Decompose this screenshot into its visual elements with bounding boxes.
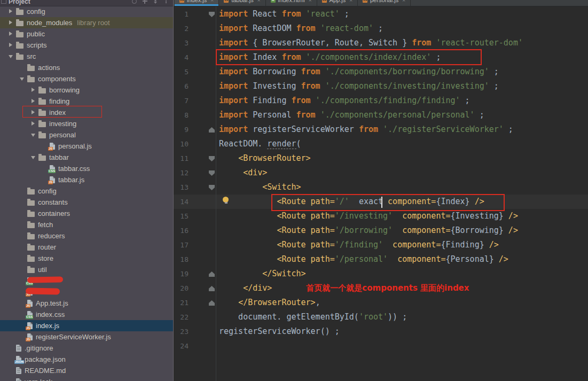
locate-file-icon[interactable] bbox=[143, 0, 147, 4]
expand-arrow-icon[interactable] bbox=[6, 40, 16, 51]
tab-close-icon[interactable]: × bbox=[210, 0, 214, 3]
expand-arrow-icon[interactable] bbox=[6, 17, 16, 28]
tree-row-containers[interactable]: containers bbox=[0, 208, 173, 219]
code-line-14[interactable]: 14 <Route path='/' exact component={Inde… bbox=[174, 195, 588, 209]
collapse-all-icon[interactable] bbox=[153, 0, 158, 4]
code-line-3[interactable]: 3import { BrowserRouter, Route, Switch }… bbox=[174, 36, 588, 50]
tree-row-index.css[interactable]: CSSindex.css bbox=[0, 309, 173, 320]
expand-arrow-icon[interactable] bbox=[29, 118, 38, 129]
tree-row-personal.js[interactable]: JSpersonal.js bbox=[0, 141, 173, 152]
expand-arrow-icon[interactable] bbox=[29, 107, 38, 118]
tree-row-yarn.lock[interactable]: yarn.lock bbox=[0, 376, 173, 381]
tree-row-tabbar.css[interactable]: CSStabbar.css bbox=[0, 163, 173, 174]
expand-arrow-icon[interactable] bbox=[29, 152, 38, 163]
tree-row-README.md[interactable]: README.md bbox=[0, 365, 173, 376]
tree-row-node_modules[interactable]: node_moduleslibrary root bbox=[0, 17, 173, 28]
tree-row-reducers[interactable]: reducers bbox=[0, 230, 173, 242]
code-line-15[interactable]: 15 <Route path='/investing' component={I… bbox=[174, 209, 588, 223]
settings-gear-icon[interactable] bbox=[132, 0, 137, 4]
tab-tabbar.js[interactable]: JStabbar.js× bbox=[219, 0, 265, 6]
fold-marker-icon[interactable] bbox=[209, 300, 215, 306]
expand-arrow-icon[interactable] bbox=[29, 96, 38, 107]
tab-index.html[interactable]: Hindex.html× bbox=[266, 0, 317, 6]
tree-row-fetch[interactable]: fetch bbox=[0, 219, 173, 230]
tree-row-constants[interactable]: constants bbox=[0, 197, 173, 208]
tab-close-icon[interactable]: × bbox=[257, 0, 261, 3]
expand-arrow-icon[interactable] bbox=[6, 6, 16, 17]
tree-row-tabbar[interactable]: tabbar bbox=[0, 152, 173, 163]
tree-row-public[interactable]: public bbox=[0, 28, 173, 40]
code-editor[interactable]: 1import React from 'react' ;2import Reac… bbox=[174, 6, 588, 381]
code-line-9[interactable]: 9import registerServiceWorker from './re… bbox=[174, 122, 588, 137]
expand-arrow-icon[interactable] bbox=[29, 84, 38, 96]
code-line-1[interactable]: 1import React from 'react' ; bbox=[174, 7, 588, 21]
code-line-6[interactable]: 6import Investing from './components/inv… bbox=[174, 79, 588, 94]
arrow-spacer bbox=[6, 376, 16, 381]
code-line-19[interactable]: 19 </Switch> bbox=[174, 267, 588, 281]
tree-row-scripts[interactable]: scripts bbox=[0, 40, 173, 51]
code-line-23[interactable]: 23registerServiceWorker() ; bbox=[174, 324, 588, 339]
tree-row-tabbar.js[interactable]: JStabbar.js bbox=[0, 174, 173, 185]
tree-row-borrowing[interactable]: borrowing bbox=[0, 84, 173, 96]
code-line-10[interactable]: 10ReactDOM. render( bbox=[174, 137, 588, 151]
panel-options-icon[interactable] bbox=[164, 0, 169, 4]
tree-item-label: tabbar.js bbox=[58, 176, 84, 184]
code-line-24[interactable]: 24 bbox=[174, 339, 588, 353]
code-line-22[interactable]: 22 document. getElementById('root')) ; bbox=[174, 310, 588, 324]
tree-row-index[interactable]: index bbox=[0, 107, 173, 118]
code-line-text: import Index from './components/index/in… bbox=[219, 50, 441, 65]
tree-row-finding[interactable]: finding bbox=[0, 96, 173, 107]
fold-marker-icon[interactable] bbox=[209, 185, 215, 190]
tree-row-index.js[interactable]: JSindex.js bbox=[0, 320, 173, 331]
code-line-16[interactable]: 16 <Route path='/borrowing' component={B… bbox=[174, 223, 588, 238]
fold-marker-icon[interactable] bbox=[209, 127, 215, 133]
code-line-11[interactable]: 11 <BrowserRouter> bbox=[174, 151, 588, 166]
folder-icon bbox=[27, 77, 35, 82]
tab-App.js[interactable]: JSApp.js× bbox=[317, 0, 358, 6]
tree-row-personal[interactable]: personal bbox=[0, 129, 173, 141]
tree-row-config[interactable]: config bbox=[0, 6, 173, 17]
tab-close-icon[interactable]: × bbox=[349, 0, 352, 3]
code-line-20[interactable]: 20 </div>首页就一个就是components 里面的index bbox=[174, 281, 588, 296]
code-line-5[interactable]: 5import Borrowing from './components/bor… bbox=[174, 65, 588, 79]
tree-row-router[interactable]: router bbox=[0, 242, 173, 253]
code-line-12[interactable]: 12 <div> bbox=[174, 166, 588, 180]
tree-row-investing[interactable]: investing bbox=[0, 118, 173, 129]
fold-marker-icon[interactable] bbox=[209, 12, 215, 17]
code-line-8[interactable]: 8import Personal from './components/pers… bbox=[174, 108, 588, 122]
code-line-18[interactable]: 18 <Route path='/personal' component={Pe… bbox=[174, 252, 588, 267]
tree-row-actions[interactable]: actions bbox=[0, 62, 173, 73]
code-line-4[interactable]: 4import Index from './components/index/i… bbox=[174, 50, 588, 65]
code-line-17[interactable]: 17 <Route path='/finding' component={Fin… bbox=[174, 238, 588, 252]
tag-token: component= bbox=[393, 211, 450, 221]
fold-marker-icon[interactable] bbox=[209, 170, 215, 176]
code-line-21[interactable]: 21 </BrowserRouter>, bbox=[174, 296, 588, 310]
intention-bulb-icon[interactable] bbox=[223, 197, 229, 203]
fold-marker-icon[interactable] bbox=[209, 286, 215, 291]
tree-row-store[interactable]: store bbox=[0, 253, 173, 264]
fold-marker-icon[interactable] bbox=[209, 156, 215, 161]
tree-row-util[interactable]: util bbox=[0, 264, 173, 275]
tree-row-src[interactable]: src bbox=[0, 51, 173, 62]
code-line-13[interactable]: 13 <Switch> bbox=[174, 180, 588, 195]
fold-marker-icon[interactable] bbox=[209, 271, 215, 277]
tab-close-icon[interactable]: × bbox=[309, 0, 312, 3]
tree-row-hidden-file[interactable]: CSS bbox=[0, 275, 173, 286]
tree-row-components[interactable]: components bbox=[0, 73, 173, 84]
expand-arrow-icon[interactable] bbox=[6, 28, 16, 40]
tree-row-App.test.js[interactable]: JSApp.test.js bbox=[0, 298, 173, 309]
code-line-2[interactable]: 2import ReactDOM from 'react-dom' ; bbox=[174, 21, 588, 36]
tree-row-package.json[interactable]: JSONpackage.json bbox=[0, 354, 173, 365]
tab-close-icon[interactable]: × bbox=[402, 0, 405, 3]
expand-arrow-icon[interactable] bbox=[6, 51, 16, 62]
tree-row-.gitignore[interactable]: .gitignore bbox=[0, 343, 173, 354]
code-line-7[interactable]: 7import Finding from './components/findi… bbox=[174, 94, 588, 108]
tree-row-config[interactable]: config bbox=[0, 185, 173, 197]
expand-arrow-icon[interactable] bbox=[29, 129, 38, 141]
js-file-icon: JS bbox=[50, 143, 55, 150]
tab-personal.js[interactable]: JSpersonal.js× bbox=[358, 0, 411, 6]
folder-icon bbox=[16, 55, 23, 60]
expand-arrow-icon[interactable] bbox=[18, 73, 27, 84]
tab-index.js[interactable]: JSindex.js× bbox=[175, 0, 219, 6]
tree-row-registerServiceWorker.js[interactable]: JSregisterServiceWorker.js bbox=[0, 331, 173, 343]
